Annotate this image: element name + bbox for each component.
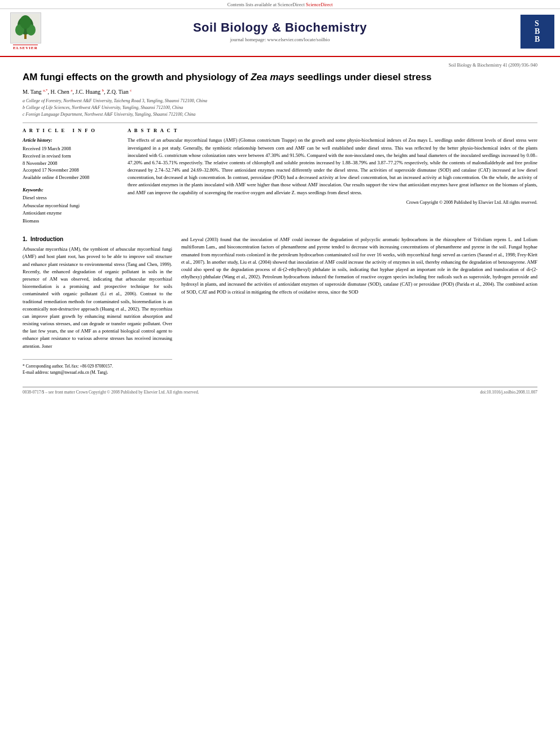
main-content: 1. Introduction Arbuscular mycorrhiza (A… xyxy=(0,230,560,381)
article-history-label: Article history: xyxy=(23,137,119,144)
section-number: 1. xyxy=(23,236,27,242)
journal-logo-right: SBB xyxy=(515,15,554,49)
article-page: Soil Biology & Biochemistry 41 (2009) 93… xyxy=(0,57,560,230)
section-label: Introduction xyxy=(30,236,63,242)
intro-title: 1. Introduction xyxy=(23,236,172,242)
intro-right-text: and Leyval (2003) found that the inocula… xyxy=(181,236,537,295)
top-bar: Contents lists available at ScienceDirec… xyxy=(0,0,560,9)
footnote-corresponding: * Corresponding author. Tel./fax: +86 02… xyxy=(23,363,172,369)
sbb-logo: SBB xyxy=(520,15,554,49)
article-title-italic: Zea mays xyxy=(251,72,295,82)
article-info-header: A R T I C L E I N F O xyxy=(23,128,119,133)
footnote-area: * Corresponding author. Tel./fax: +86 02… xyxy=(23,359,172,376)
footer-issn: 0038-0717/$ – see front matter Crown Cop… xyxy=(23,390,199,395)
authors-line: M. Tang a,*, H. Chen a, J.C. Huang b, Z.… xyxy=(23,88,537,95)
contents-label: Contents lists available at ScienceDirec… xyxy=(228,2,305,7)
accepted-date: Accepted 17 November 2008 xyxy=(23,167,119,174)
received-date: Received 19 March 2008 xyxy=(23,145,119,152)
elsevier-text: ELSEVIER xyxy=(13,45,37,50)
page-footer: 0038-0717/$ – see front matter Crown Cop… xyxy=(23,387,537,395)
sbb-letters: SBB xyxy=(535,20,540,43)
journal-banner: ELSEVIER Soil Biology & Biochemistry jou… xyxy=(0,9,560,54)
affiliation-c: c Foreign Language Department, Northwest… xyxy=(23,112,195,117)
divider-1 xyxy=(23,123,537,123)
journal-title: Soil Biology & Biochemistry xyxy=(45,20,515,35)
sciencedirect-link[interactable]: ScienceDirect xyxy=(306,2,333,7)
keyword-3: Antioxidant enzyme xyxy=(23,209,119,217)
received-revised-label: Received in revised form xyxy=(23,152,119,160)
article-body: A R T I C L E I N F O Article history: R… xyxy=(23,128,537,225)
article-info-col: A R T I C L E I N F O Article history: R… xyxy=(23,128,119,225)
affiliation-a: a College of Forestry, Northwest A&F Uni… xyxy=(23,98,207,103)
received-revised-date: 8 November 2008 xyxy=(23,160,119,167)
journal-header: Contents lists available at ScienceDirec… xyxy=(0,0,560,57)
svg-point-5 xyxy=(20,15,31,29)
intro-left-text: Arbuscular mycorrhiza (AM), the symbiont… xyxy=(23,246,172,350)
article-info-block: Article history: Received 19 March 2008 … xyxy=(23,137,119,181)
affiliation-b: b College of Life Sciences, Northwest A&… xyxy=(23,105,183,110)
journal-title-center: Soil Biology & Biochemistry journal home… xyxy=(45,20,515,42)
affiliations: a College of Forestry, Northwest A&F Uni… xyxy=(23,98,537,118)
journal-homepage: journal homepage: www.elsevier.com/locat… xyxy=(45,37,515,42)
abstract-col: A B S T R A C T The effects of an arbusc… xyxy=(128,128,537,225)
copyright-line: Crown Copyright © 2008 Published by Else… xyxy=(128,200,537,205)
article-title: AM fungi effects on the growth and physi… xyxy=(23,71,537,84)
keywords-block: Keywords: Diesel stress Arbuscular mycor… xyxy=(23,187,119,225)
abstract-text: The effects of an arbuscular mycorrhizal… xyxy=(128,137,537,196)
author-tang: M. Tang a,*, H. Chen a, J.C. Huang b, Z.… xyxy=(23,89,132,95)
homepage-text: journal homepage: www.elsevier.com/locat… xyxy=(230,37,330,42)
intro-left-col: 1. Introduction Arbuscular mycorrhiza (A… xyxy=(23,236,172,375)
elsevier-logo: ELSEVIER xyxy=(6,12,45,50)
keyword-2: Arbuscular mycorrhizal fungi xyxy=(23,202,119,210)
abstract-header: A B S T R A C T xyxy=(128,128,537,133)
keywords-label: Keywords: xyxy=(23,187,119,193)
footer-doi: doi:10.1016/j.soilbio.2008.11.007 xyxy=(480,390,537,395)
keyword-4: Biomass xyxy=(23,217,119,225)
article-journal-info: Soil Biology & Biochemistry 41 (2009) 93… xyxy=(23,63,537,68)
elsevier-tree-icon xyxy=(10,12,41,43)
keyword-1: Diesel stress xyxy=(23,194,119,202)
intro-left-paragraph: Arbuscular mycorrhiza (AM), the symbiont… xyxy=(23,246,172,348)
abstract-content: The effects of an arbuscular mycorrhizal… xyxy=(128,137,537,195)
available-date: Available online 4 December 2008 xyxy=(23,174,119,181)
intro-right-paragraph: and Leyval (2003) found that the inocula… xyxy=(181,237,537,294)
intro-right-col: and Leyval (2003) found that the inocula… xyxy=(181,236,537,375)
footnote-email: E-mail address: tangm@nwsuaf.edu.cn (M. … xyxy=(23,369,172,375)
